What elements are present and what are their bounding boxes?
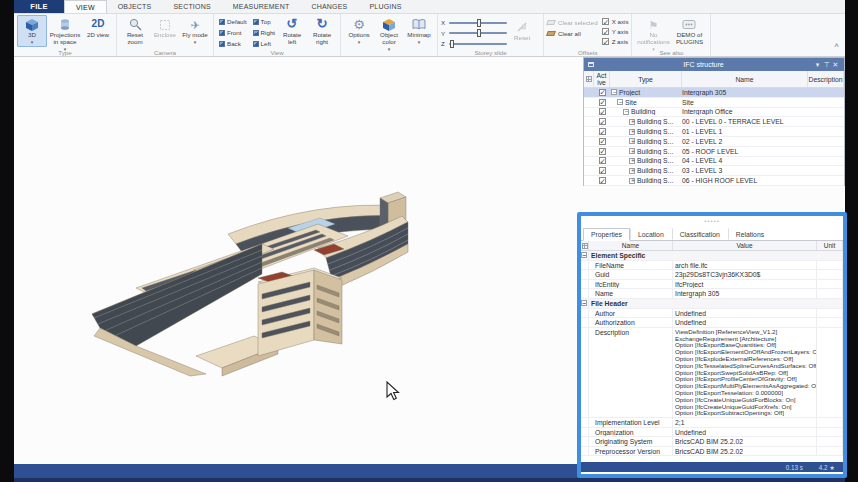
tab-objects[interactable]: OBJECTS xyxy=(107,0,163,13)
ifc-tree-row-storey[interactable]: Building S... 02 - LEVEL 2 xyxy=(584,137,844,147)
tab-file[interactable]: FILE xyxy=(14,0,64,13)
ifc-tree-row-storey[interactable]: Building S... 01 - LEVEL 1 xyxy=(584,127,844,137)
view-right-button[interactable]: Right xyxy=(251,28,277,37)
active-checkbox[interactable] xyxy=(599,118,606,125)
view-front-button[interactable]: Front xyxy=(217,28,249,37)
storey-slider-z[interactable] xyxy=(449,43,507,45)
column-header-description[interactable]: Description xyxy=(808,71,844,87)
minimap-button[interactable]: Minimap xyxy=(404,15,434,47)
rotate-right-button[interactable]: ↻ Rotate right xyxy=(307,15,337,47)
clear-selected-button[interactable]: Clear selected xyxy=(547,19,598,26)
ifc-tree-row-building[interactable]: Building Intergraph Office xyxy=(584,108,844,118)
tab-sections[interactable]: SECTIONS xyxy=(162,0,221,13)
active-checkbox[interactable] xyxy=(599,128,606,135)
property-row[interactable]: Guid 23p29Ds8TC3vjn36KX3D0$ xyxy=(581,270,843,280)
expand-all-button[interactable] xyxy=(581,241,589,250)
property-group-row[interactable]: File Header xyxy=(581,299,843,309)
2d-view-button[interactable]: 2D 2D view xyxy=(83,15,113,40)
3d-view-button[interactable]: 3D xyxy=(17,15,47,47)
expand-all-button[interactable] xyxy=(584,71,594,87)
expander-icon[interactable] xyxy=(629,158,635,164)
expander-icon[interactable] xyxy=(611,89,617,95)
active-checkbox[interactable] xyxy=(599,99,606,106)
expander-icon[interactable] xyxy=(629,178,635,184)
expander-icon[interactable] xyxy=(629,119,635,125)
column-header-value[interactable]: Value xyxy=(673,241,817,250)
expander-icon[interactable] xyxy=(629,148,635,154)
active-checkbox[interactable] xyxy=(599,177,606,184)
expander-icon[interactable] xyxy=(623,109,629,115)
x-axis-checkbox[interactable]: X axis xyxy=(602,18,629,25)
tab-properties[interactable]: Properties xyxy=(583,228,630,241)
column-header-active[interactable]: Active xyxy=(594,71,610,87)
storey-reset-button[interactable]: Reset xyxy=(507,18,537,43)
property-row[interactable]: Authorization Undefined xyxy=(581,318,843,328)
expander-icon[interactable] xyxy=(629,138,635,144)
enclose-button[interactable]: Enclose xyxy=(150,15,180,40)
expander-icon[interactable] xyxy=(581,252,587,258)
tab-relations[interactable]: Relations xyxy=(728,228,772,240)
active-checkbox[interactable] xyxy=(599,157,606,164)
ifc-tree-row-storey[interactable]: Building S... 05 - ROOF LEVEL xyxy=(584,147,844,157)
ifc-tree-row-site[interactable]: Site Site xyxy=(584,98,844,108)
panel-drag-handle[interactable]: ••••• xyxy=(704,218,720,224)
ifc-tree-row-storey[interactable]: Building S... 00 - LEVEL 0 - TERRACE LEV… xyxy=(584,117,844,127)
slider-thumb[interactable] xyxy=(477,29,481,37)
property-row[interactable]: Name Intergraph 305 xyxy=(581,289,843,299)
projections-in-space-button[interactable]: Projections in space xyxy=(47,15,83,53)
expander-icon[interactable] xyxy=(617,99,623,105)
storey-slider-x[interactable] xyxy=(449,22,507,24)
expander-icon[interactable] xyxy=(629,168,635,174)
active-checkbox[interactable] xyxy=(599,138,606,145)
property-row[interactable]: Preprocessor Version BricsCAD BIM 25.2.0… xyxy=(581,447,843,457)
column-header-name[interactable]: Name xyxy=(682,71,808,87)
property-row[interactable]: FileName arch file.ifc xyxy=(581,261,843,271)
property-group-row[interactable]: Element Specific xyxy=(581,251,843,261)
z-axis-checkbox[interactable]: Z axis xyxy=(602,38,629,45)
slider-thumb[interactable] xyxy=(450,40,454,48)
panel-pin-button[interactable]: ⊤ xyxy=(822,61,831,69)
tab-classification[interactable]: Classification xyxy=(672,228,728,240)
ifc-tree-row-storey[interactable]: Building S... 03 - LEVEL 3 xyxy=(584,166,844,176)
tab-view[interactable]: VIEW xyxy=(64,0,107,13)
active-checkbox[interactable] xyxy=(599,148,606,155)
slider-thumb[interactable] xyxy=(477,19,481,27)
ifc-tree-row-storey[interactable]: Building S... 04 - LEVEL 4 xyxy=(584,157,844,167)
panel-menu-button[interactable]: ▾ xyxy=(813,61,822,69)
ribbon-collapse-button[interactable]: ˄ xyxy=(834,41,839,50)
property-row[interactable]: IfcEntity IfcProject xyxy=(581,280,843,290)
options-button[interactable]: ⚙ Options xyxy=(344,15,374,47)
reset-zoom-button[interactable]: Reset zoom xyxy=(120,15,150,47)
clear-all-button[interactable]: Clear all xyxy=(547,30,598,37)
column-header-name[interactable]: Name xyxy=(589,241,673,250)
view-left-button[interactable]: Left xyxy=(251,39,277,48)
column-header-unit[interactable]: Unit xyxy=(817,241,843,250)
property-row[interactable]: Organization Undefined xyxy=(581,428,843,438)
y-axis-checkbox[interactable]: Y axis xyxy=(602,28,629,35)
ifc-tree-row-project[interactable]: Project Intergraph 305 xyxy=(584,88,844,98)
panel-close-button[interactable]: ✕ xyxy=(831,61,840,69)
expander-icon[interactable] xyxy=(629,129,635,135)
tab-changes[interactable]: CHANGES xyxy=(300,0,358,13)
view-default-button[interactable]: Default xyxy=(217,17,249,26)
active-checkbox[interactable] xyxy=(599,89,606,96)
demo-of-plugins-button[interactable]: DEMO of PLUGINS xyxy=(671,15,707,47)
ifc-panel-titlebar[interactable]: IFC structure ▾ ⊤ ✕ xyxy=(584,58,844,71)
view-back-button[interactable]: Back xyxy=(217,39,249,48)
no-notifications-button[interactable]: ⚑ No notifications xyxy=(635,15,671,53)
expander-icon[interactable] xyxy=(581,300,587,306)
view-top-button[interactable]: Top xyxy=(251,17,277,26)
column-header-type[interactable]: Type xyxy=(610,71,682,87)
property-row[interactable]: Author Undefined xyxy=(581,309,843,319)
tab-plugins[interactable]: PLUGINS xyxy=(358,0,412,13)
active-checkbox[interactable] xyxy=(599,167,606,174)
tab-measurement[interactable]: MEASUREMENT xyxy=(222,0,301,13)
rotate-left-button[interactable]: ↺ Rotate left xyxy=(277,15,307,47)
fly-mode-button[interactable]: ✈ Fly mode xyxy=(180,15,210,47)
property-row-description[interactable]: Description ViewDefinition [ReferenceVie… xyxy=(581,328,843,418)
active-checkbox[interactable] xyxy=(599,108,606,115)
property-row[interactable]: Implementation Level 2;1 xyxy=(581,418,843,428)
property-row[interactable]: Originating System BricsCAD BIM 25.2.02 xyxy=(581,437,843,447)
ifc-tree-row-storey[interactable]: Building S... 06 - HIGH ROOF LEVEL xyxy=(584,176,844,186)
storey-slider-y[interactable] xyxy=(449,32,507,34)
